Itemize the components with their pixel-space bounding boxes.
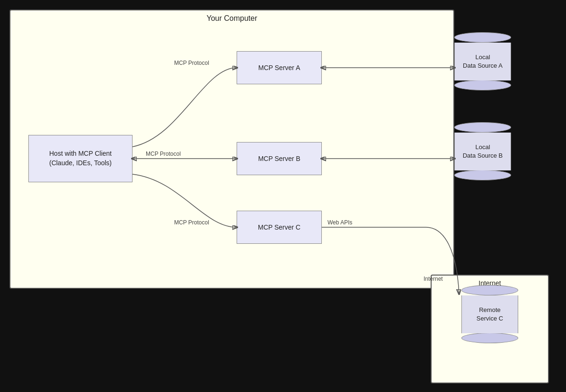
data-source-a: LocalData Source A <box>454 32 511 90</box>
remote-service-label: RemoteService C <box>477 306 503 323</box>
data-source-a-label: LocalData Source A <box>463 53 503 70</box>
arrow-label-mcp-c: MCP Protocol <box>174 219 209 226</box>
mcp-server-c-label: MCP Server C <box>258 223 301 231</box>
your-computer-label: Your Computer <box>206 14 257 23</box>
remote-service-c: RemoteService C <box>461 285 518 343</box>
mcp-client-box: Host with MCP Client(Claude, IDEs, Tools… <box>28 135 133 182</box>
cylinder-c-top <box>461 285 518 295</box>
diagram-container: Your Computer Host with MCP Client(Claud… <box>0 0 566 392</box>
cylinder-b-top <box>454 122 511 133</box>
cylinder-c-body: RemoteService C <box>461 295 518 333</box>
mcp-server-c: MCP Server C <box>237 211 322 244</box>
mcp-server-a: MCP Server A <box>237 51 322 84</box>
cylinder-b-body: LocalData Source B <box>454 133 511 170</box>
cylinder-a-body: LocalData Source A <box>454 43 511 80</box>
internet-box: Internet RemoteService C <box>431 275 549 383</box>
cylinder-a-top <box>454 32 511 43</box>
mcp-server-a-label: MCP Server A <box>258 64 300 71</box>
mcp-server-b-label: MCP Server B <box>258 155 300 162</box>
cylinder-a-bottom <box>454 80 511 90</box>
mcp-client-label: Host with MCP Client(Claude, IDEs, Tools… <box>49 149 112 168</box>
data-source-b: LocalData Source B <box>454 122 511 180</box>
mcp-server-b: MCP Server B <box>237 142 322 175</box>
data-source-b-label: LocalData Source B <box>463 143 503 160</box>
cylinder-b-bottom <box>454 170 511 180</box>
arrow-label-internet: Internet <box>424 276 443 282</box>
cylinder-c-bottom <box>461 333 518 343</box>
arrow-label-web-apis: Web APIs <box>327 219 352 226</box>
arrow-label-mcp-a: MCP Protocol <box>174 60 209 66</box>
arrow-label-mcp-b: MCP Protocol <box>146 151 181 157</box>
